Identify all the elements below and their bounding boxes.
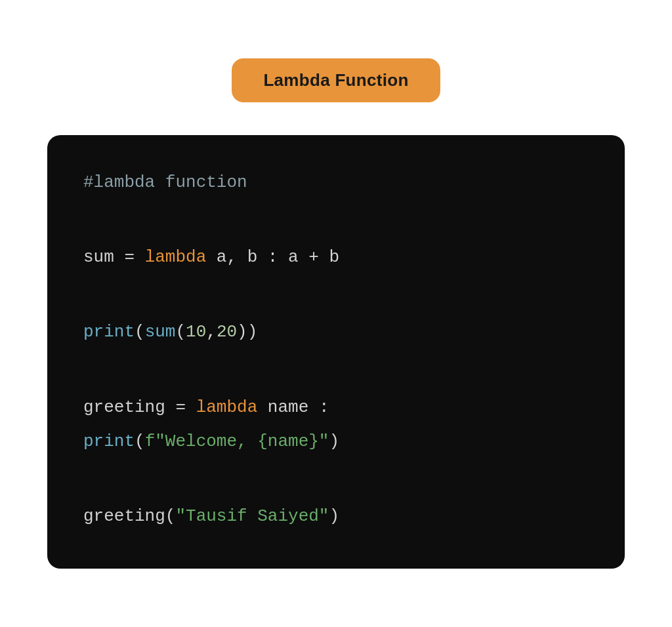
sum-func: sum	[145, 322, 176, 342]
lambda-keyword-2: lambda	[196, 397, 258, 417]
code-line-comment: #lambda function	[83, 168, 589, 197]
sum-open: (	[175, 322, 186, 342]
fstring: f"Welcome, {name}"	[145, 432, 329, 451]
greeting-var: greeting =	[83, 397, 196, 417]
sum-rest: a, b : a + b	[206, 247, 339, 267]
code-line-sum: sum = lambda a, b : a + b	[83, 243, 589, 272]
spacer4	[83, 461, 589, 490]
print1-close: ))	[237, 322, 257, 342]
spacer1	[83, 202, 589, 231]
greeting-rest: name :	[257, 397, 329, 417]
comment-text: #lambda function	[83, 172, 247, 192]
title-badge: Lambda Function	[232, 58, 440, 102]
code-line-greeting-call: greeting("Tausif Saiyed")	[83, 502, 589, 531]
title-text: Lambda Function	[263, 70, 408, 90]
code-line-print1: print(sum(10,20))	[83, 317, 589, 346]
spacer3	[83, 352, 589, 381]
print1-open: (	[135, 322, 145, 342]
code-line-greeting-def: greeting = lambda name :	[83, 393, 589, 422]
code-line-print2: print(f"Welcome, {name}")	[83, 427, 589, 456]
lambda-keyword-1: lambda	[145, 247, 207, 267]
print2-open: (	[135, 432, 145, 451]
spacer2	[83, 277, 589, 306]
print-func-2: print	[83, 432, 135, 451]
sum-var: sum =	[83, 247, 145, 267]
greeting-arg: "Tausif Saiyed"	[175, 506, 329, 526]
comma1: ,	[206, 322, 217, 342]
print-func-1: print	[83, 322, 135, 342]
code-block: #lambda function sum = lambda a, b : a +…	[47, 135, 625, 569]
num-10: 10	[186, 322, 206, 342]
greeting-call-close: )	[329, 506, 339, 526]
print2-close: )	[329, 432, 339, 451]
greeting-call: greeting(	[83, 506, 175, 526]
num-20: 20	[217, 322, 237, 342]
